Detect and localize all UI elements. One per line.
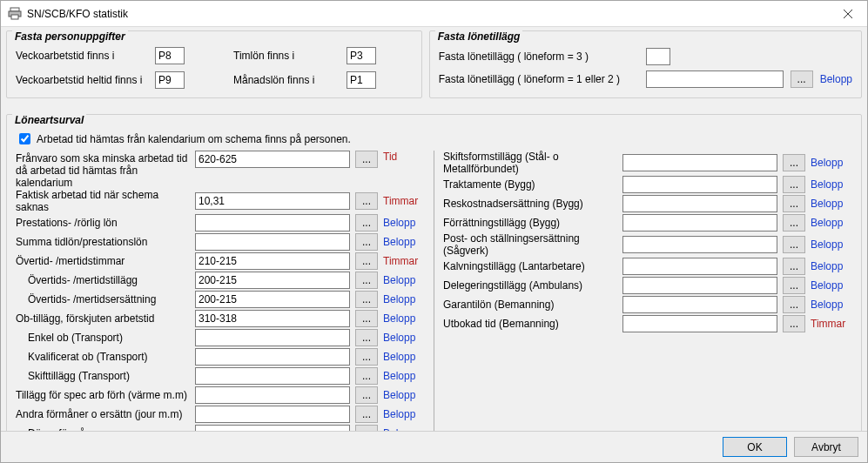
right-label: Förrättningstillägg (Bygg)	[443, 217, 617, 229]
left-row: Andra förmåner o ersättn (jour m.m)...Be…	[16, 405, 425, 424]
left-row: Prestations- /rörlig lön...Belopp	[16, 213, 425, 232]
left-row: Ob-tillägg, förskjuten arbetstid...Belop…	[16, 309, 425, 328]
input-veckoarbetstid[interactable]	[155, 47, 185, 64]
right-browse-button[interactable]: ...	[783, 258, 805, 275]
fieldset-fasta-personuppgifter: Fasta personuppgifter Veckoarbetstid fin…	[6, 30, 422, 98]
left-row: Faktisk arbetad tid när schema saknas...…	[16, 189, 425, 213]
right-browse-button[interactable]: ...	[783, 277, 805, 294]
printer-icon	[8, 7, 22, 21]
left-browse-button[interactable]: ...	[355, 348, 378, 366]
left-label: Övertids- /mertidsersättning	[16, 293, 190, 305]
left-browse-button[interactable]: ...	[355, 151, 378, 168]
left-input[interactable]	[195, 425, 350, 431]
left-row: Skifttillägg (Transport)...Belopp	[16, 366, 425, 386]
unit-belopp: Belopp	[383, 332, 425, 344]
left-input[interactable]	[195, 329, 350, 346]
right-browse-button[interactable]: ...	[783, 154, 805, 171]
left-browse-button[interactable]: ...	[355, 367, 378, 385]
left-label: Tillägg för spec arb förh (värme m.m)	[16, 389, 190, 401]
browse-fasta-lonetillagg-12[interactable]: ...	[791, 70, 813, 88]
left-browse-button[interactable]: ...	[355, 406, 378, 423]
left-input[interactable]	[195, 310, 350, 327]
label-arbetad-tid-kalendarium[interactable]: Arbetad tid hämtas från kalendarium om s…	[37, 133, 351, 145]
right-input[interactable]	[622, 236, 777, 253]
left-browse-button[interactable]: ...	[355, 192, 378, 210]
left-browse-button[interactable]: ...	[355, 252, 378, 270]
left-input[interactable]	[195, 214, 350, 232]
left-input[interactable]	[195, 272, 350, 289]
input-veckoheltid[interactable]	[155, 71, 185, 89]
left-input[interactable]	[195, 291, 350, 308]
left-input[interactable]	[195, 151, 350, 168]
right-browse-button[interactable]: ...	[783, 176, 805, 193]
left-label: Övertid- /mertidstimmar	[16, 255, 190, 267]
left-browse-button[interactable]: ...	[355, 214, 378, 232]
right-input[interactable]	[622, 214, 777, 232]
right-browse-button[interactable]: ...	[783, 236, 805, 253]
right-row: Post- och ställningsersättning (Sågverk)…	[443, 232, 852, 257]
input-fasta-lonetillagg-3[interactable]	[646, 48, 670, 65]
unit-belopp: Belopp	[383, 293, 425, 305]
right-browse-button[interactable]: ...	[783, 195, 805, 212]
input-timlon[interactable]	[347, 47, 376, 64]
unit-belopp: Belopp	[383, 389, 425, 401]
left-input[interactable]	[195, 406, 350, 423]
left-input[interactable]	[195, 348, 350, 366]
ok-button[interactable]: OK	[723, 437, 787, 457]
label-manadslon: Månadslön finns i	[233, 74, 347, 86]
unit-tid: Tid	[383, 151, 425, 163]
left-input[interactable]	[195, 192, 350, 210]
right-label: Garantilön (Bemanning)	[443, 299, 617, 311]
unit-belopp: Belopp	[383, 351, 425, 363]
input-manadslon[interactable]	[347, 71, 376, 89]
right-row: Skiftsformstillägg (Stål- o Metallförbun…	[443, 151, 852, 175]
right-input[interactable]	[622, 154, 777, 171]
left-browse-button[interactable]: ...	[355, 272, 378, 289]
unit-belopp: Belopp	[383, 236, 425, 248]
left-label: Faktisk arbetad tid när schema saknas	[16, 189, 190, 213]
left-browse-button[interactable]: ...	[355, 425, 378, 431]
right-browse-button[interactable]: ...	[783, 315, 805, 332]
right-input[interactable]	[622, 258, 777, 275]
right-label: Traktamente (Bygg)	[443, 178, 617, 191]
left-row: Övertids- /mertidsersättning...Belopp	[16, 290, 425, 309]
cancel-button[interactable]: Avbryt	[794, 437, 858, 457]
right-input[interactable]	[622, 315, 777, 332]
left-input[interactable]	[195, 233, 350, 251]
left-browse-button[interactable]: ...	[355, 329, 378, 346]
left-input[interactable]	[195, 367, 350, 385]
legend-loneartsurval: Löneartsurval	[12, 114, 86, 126]
app-window: SN/SCB/KFO statistik Fasta personuppgift…	[0, 0, 868, 463]
right-input[interactable]	[622, 195, 777, 212]
right-input[interactable]	[622, 296, 777, 313]
window-title: SN/SCB/KFO statistik	[27, 8, 828, 20]
left-row: Därav förmåner...Belopp	[16, 424, 425, 431]
left-label: Ob-tillägg, förskjuten arbetstid	[16, 312, 190, 325]
left-input[interactable]	[195, 386, 350, 404]
checkbox-arbetad-tid-kalendarium[interactable]	[19, 133, 30, 144]
right-label: Delegeringstillägg (Ambulans)	[443, 279, 617, 292]
left-browse-button[interactable]: ...	[355, 386, 378, 404]
fieldset-loneartsurval: Löneartsurval Arbetad tid hämtas från ka…	[6, 114, 862, 431]
right-browse-button[interactable]: ...	[783, 296, 805, 313]
right-label: Skiftsformstillägg (Stål- o Metallförbun…	[443, 151, 617, 175]
input-fasta-lonetillagg-12[interactable]	[646, 70, 784, 88]
left-browse-button[interactable]: ...	[355, 291, 378, 308]
left-label: Kvalificerat ob (Transport)	[16, 351, 190, 363]
left-browse-button[interactable]: ...	[355, 233, 378, 251]
left-input[interactable]	[195, 252, 350, 270]
label-fasta-lonetillagg-12: Fasta lönetillägg ( löneform = 1 eller 2…	[439, 73, 639, 85]
close-button[interactable]	[828, 1, 867, 27]
svg-rect-0	[10, 8, 19, 11]
unit-belopp: Belopp	[383, 427, 425, 431]
label-fasta-lonetillagg-3: Fasta lönetillägg ( löneform = 3 )	[439, 50, 639, 63]
right-label: Post- och ställningsersättning (Sågverk)	[443, 232, 617, 257]
unit-belopp: Belopp	[383, 274, 425, 286]
left-row: Enkel ob (Transport)...Belopp	[16, 328, 425, 347]
right-input[interactable]	[622, 277, 777, 294]
right-input[interactable]	[622, 176, 777, 193]
left-browse-button[interactable]: ...	[355, 310, 378, 327]
unit-belopp: Belopp	[811, 217, 852, 229]
right-browse-button[interactable]: ...	[783, 214, 805, 232]
unit-belopp: Belopp	[383, 312, 425, 325]
